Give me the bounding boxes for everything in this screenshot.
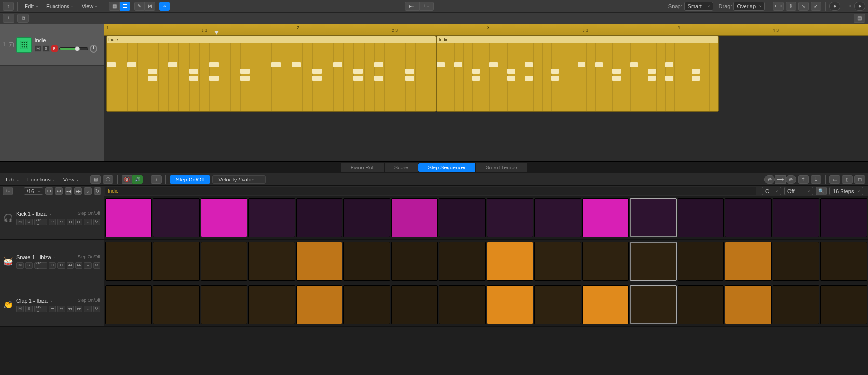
midi-note[interactable]: [374, 76, 383, 81]
midi-note[interactable]: [127, 62, 136, 67]
step-row-header[interactable]: 👏Clap 1 - Ibiza ⌄Step On/OffMS/16 ⌄↦↤◂◂▸…: [0, 283, 104, 326]
add-row-button[interactable]: +⌄: [3, 187, 13, 195]
midi-note[interactable]: [692, 76, 699, 81]
midi-note[interactable]: [454, 62, 462, 67]
row-rotate-icon[interactable]: ↻: [93, 306, 100, 312]
step-cell[interactable]: [439, 198, 486, 237]
midi-note[interactable]: [333, 62, 342, 67]
step-cell[interactable]: [201, 198, 247, 237]
step-cell[interactable]: [153, 242, 200, 281]
midi-note[interactable]: [489, 62, 497, 67]
step-cell[interactable]: [582, 198, 629, 237]
row-down-icon[interactable]: ⌄: [84, 262, 91, 269]
step-cell[interactable]: [725, 285, 772, 324]
mute-button[interactable]: M: [35, 45, 41, 52]
row-loop-start-icon[interactable]: ↦: [49, 262, 56, 269]
row-next-icon[interactable]: ▸▸: [75, 262, 82, 269]
step-cell[interactable]: [248, 242, 295, 281]
disclosure-icon[interactable]: ▸: [9, 42, 14, 47]
step-cell[interactable]: [201, 242, 247, 281]
seq-zoom-h-icon[interactable]: ⊖: [764, 175, 775, 184]
edit-menu[interactable]: Edit⌄: [22, 2, 41, 10]
midi-note[interactable]: [405, 69, 414, 74]
midi-note[interactable]: [507, 76, 515, 81]
step-cell[interactable]: [296, 242, 343, 281]
row-next-icon[interactable]: ▸▸: [75, 219, 82, 225]
midi-note[interactable]: [551, 69, 559, 74]
midi-note[interactable]: [148, 76, 157, 81]
pattern-scale-select[interactable]: Off: [784, 187, 813, 195]
zoom-fit-icon[interactable]: ⤢: [811, 2, 821, 11]
step-cell[interactable]: [296, 198, 343, 237]
step-cell[interactable]: [153, 285, 200, 324]
row-loop-end-icon[interactable]: ↤: [57, 219, 65, 225]
seq-view1-icon[interactable]: ▭: [829, 175, 840, 184]
loop-start-icon[interactable]: ↦: [45, 187, 53, 195]
seq-view3-icon[interactable]: ◻: [854, 175, 865, 184]
seq-down-icon[interactable]: ⇣: [811, 175, 821, 184]
pan-knob[interactable]: [90, 45, 97, 53]
row-prev-icon[interactable]: ◂◂: [67, 306, 74, 312]
step-onoff-mode-button[interactable]: Step On/Off: [170, 175, 210, 184]
row-loop-end-icon[interactable]: ↤: [57, 306, 65, 312]
step-cell[interactable]: [391, 198, 438, 237]
pattern-key-select[interactable]: C: [762, 187, 781, 195]
row-loop-start-icon[interactable]: ↦: [49, 306, 56, 312]
row-down-icon[interactable]: ⌄: [84, 306, 91, 312]
row-next-icon[interactable]: ▸▸: [75, 306, 82, 312]
seq-up-icon[interactable]: ⇡: [798, 175, 809, 184]
midi-note[interactable]: [665, 76, 673, 81]
seq-edit-menu[interactable]: Edit⌄: [3, 176, 23, 183]
add-track-button[interactable]: +: [3, 14, 14, 23]
tab-smart-tempo[interactable]: Smart Tempo: [476, 163, 527, 172]
midi-note[interactable]: [312, 76, 322, 81]
row-down-icon[interactable]: ⌄: [84, 219, 91, 225]
row-prev-icon[interactable]: ◂◂: [67, 262, 74, 269]
flex-icon[interactable]: ⋈: [145, 2, 155, 11]
search-icon[interactable]: 🔍: [816, 187, 827, 195]
midi-note[interactable]: [374, 62, 383, 67]
step-cell[interactable]: [439, 285, 486, 324]
global-tracks-button[interactable]: ▤: [854, 14, 865, 23]
step-cell[interactable]: [820, 242, 867, 281]
row-division-select[interactable]: /16 ⌄: [34, 262, 47, 269]
step-cell[interactable]: [820, 285, 867, 324]
waveform-zoom-in-icon[interactable]: ●: [854, 2, 865, 11]
grid-view-icon[interactable]: ▦: [109, 2, 120, 11]
track-name[interactable]: Indie: [35, 37, 101, 43]
step-cell[interactable]: [296, 285, 343, 324]
step-cell[interactable]: [248, 198, 295, 237]
row-loop-start-icon[interactable]: ↦: [49, 219, 56, 225]
midi-note[interactable]: [595, 62, 603, 67]
tab-piano-roll[interactable]: Piano Roll: [341, 163, 385, 172]
midi-note[interactable]: [648, 76, 655, 81]
up-arrow-icon[interactable]: ↑: [3, 2, 14, 11]
step-cell[interactable]: [534, 198, 581, 237]
row-loop-end-icon[interactable]: ↤: [57, 262, 65, 269]
tab-score[interactable]: Score: [385, 163, 419, 172]
row-rotate-icon[interactable]: ↻: [93, 219, 100, 225]
step-cell[interactable]: [534, 285, 581, 324]
step-cell[interactable]: [343, 285, 390, 324]
midi-note[interactable]: [353, 69, 363, 74]
preview-off-icon[interactable]: 🔇: [122, 175, 132, 184]
seq-view2-icon[interactable]: ▯: [842, 175, 853, 184]
step-cell[interactable]: [343, 242, 390, 281]
row-solo-button[interactable]: S: [25, 306, 32, 312]
midi-note[interactable]: [525, 62, 532, 67]
step-cell[interactable]: [248, 285, 295, 324]
seq-view-menu[interactable]: View⌄: [60, 176, 82, 183]
row-division-select[interactable]: /16 ⌄: [34, 306, 47, 312]
midi-note[interactable]: [240, 69, 249, 74]
zoom-horiz-in-icon[interactable]: ⤡: [798, 2, 809, 11]
waveform-link-icon[interactable]: ⟶: [842, 2, 853, 11]
duplicate-track-button[interactable]: ⧉: [17, 14, 29, 23]
solo-button[interactable]: S: [43, 45, 50, 52]
step-cell[interactable]: [725, 198, 772, 237]
step-cell[interactable]: [487, 198, 533, 237]
midi-note[interactable]: [240, 76, 249, 81]
pattern-length-select[interactable]: 16 Steps: [829, 187, 863, 195]
step-cell[interactable]: [105, 242, 152, 281]
step-cell[interactable]: [630, 198, 677, 237]
pattern-region-name[interactable]: Indie: [105, 187, 756, 195]
